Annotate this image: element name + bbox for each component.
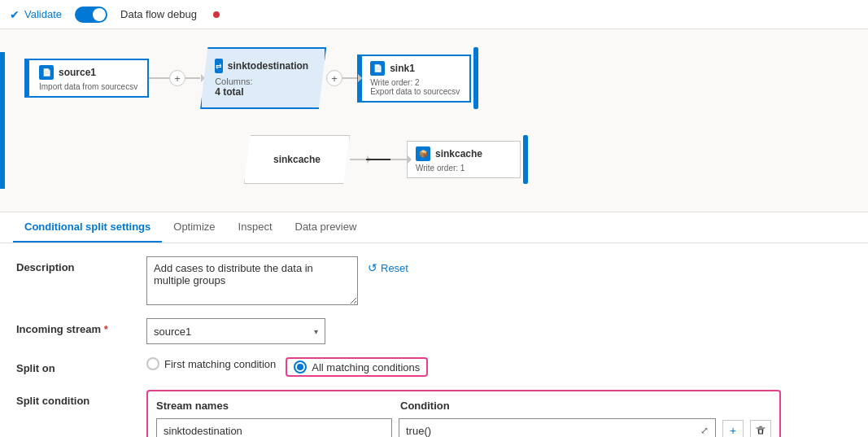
sink1-title: sink1: [390, 63, 415, 74]
reset-button[interactable]: ↺ Reset: [368, 256, 408, 274]
source1-icon: 📄: [39, 65, 54, 80]
sink1-icon: 📄: [370, 61, 385, 76]
condition-header: Condition: [400, 400, 771, 412]
condition-row-1: true() ⤢ +: [156, 418, 771, 437]
sinkcache-write-order: Write order: 1: [416, 164, 512, 173]
incoming-stream-dropdown[interactable]: source1 ▾: [146, 318, 325, 344]
chevron-down-icon: ▾: [314, 327, 318, 336]
tab-data-preview[interactable]: Data preview: [284, 212, 369, 243]
tab-optimize[interactable]: Optimize: [162, 212, 226, 243]
sinkcache-sink-node[interactable]: 📦 sinkcache Write order: 1: [407, 141, 521, 178]
split-columns-label: Columns:: [215, 76, 308, 86]
arrow-sinkcache2: [390, 159, 407, 160]
reset-label: Reset: [381, 262, 408, 274]
incoming-stream-value: source1: [154, 326, 191, 338]
toggle-knob: [93, 8, 106, 21]
split-condition-label: Split condition: [16, 390, 130, 407]
arrow-sinkcache: [350, 159, 366, 160]
description-content: ↺ Reset: [146, 256, 852, 305]
split-on-content: First matching condition All matching co…: [146, 357, 852, 377]
checkmark-icon: ✔: [10, 8, 20, 21]
sink1-subtitle: Export data to sourcecsv: [370, 87, 461, 96]
split-condition-row: Split condition Stream names Condition t…: [16, 390, 852, 437]
arrowhead-3: [358, 74, 362, 82]
split-on-row: Split on First matching condition All ma…: [16, 357, 852, 377]
debug-status-dot: [213, 11, 220, 18]
sinkcache-title: sinkcache: [435, 148, 482, 160]
debug-label: Data flow debug: [120, 8, 197, 20]
split-icon: ⇄: [215, 59, 223, 73]
radio-circle-all: [294, 361, 307, 374]
sinkcache-icon: 📦: [416, 146, 430, 161]
arrow-pre-split: [185, 77, 200, 79]
settings-panel: Description ↺ Reset Incoming stream * so…: [0, 243, 868, 437]
sinkcache-flow-node[interactable]: sinkcache: [244, 135, 350, 184]
split-condition-table: Stream names Condition true() ⤢ +: [146, 390, 781, 437]
validate-label: Validate: [24, 8, 62, 20]
condition-input-wrapper-1: true() ⤢: [399, 418, 716, 437]
radio-first-matching[interactable]: First matching condition: [146, 357, 276, 370]
stream-names-header: Stream names: [156, 400, 400, 412]
radio-all-label: All matching conditions: [312, 361, 420, 374]
arrow-split-sink1: [342, 77, 357, 79]
right-bar-sinkcache: [523, 135, 528, 184]
sinkcache-connector: [366, 159, 390, 160]
toolbar: ✔ Validate Data flow debug: [0, 0, 868, 29]
source1-title: source1: [59, 67, 96, 78]
source1-subtitle: Import data from sourcecsv: [39, 82, 137, 91]
add-after-split-button[interactable]: +: [326, 70, 342, 86]
radio-circle-first: [146, 357, 159, 370]
right-bar-sink1: [473, 47, 478, 109]
trash-icon-1: [755, 425, 766, 436]
split-node[interactable]: ⇄ sinktodestination Columns: 4 total: [200, 47, 326, 109]
tab-inspect[interactable]: Inspect: [227, 212, 284, 243]
description-row: Description ↺ Reset: [16, 256, 852, 305]
radio-first-label: First matching condition: [164, 358, 276, 370]
split-on-label: Split on: [16, 357, 130, 374]
validate-button[interactable]: ✔ Validate: [10, 8, 62, 21]
sink1-node[interactable]: 📄 sink1 Write order: 2 Export data to so…: [357, 55, 471, 103]
description-textarea[interactable]: [146, 256, 358, 305]
condition-value-1: true(): [406, 425, 697, 437]
sinkcache-flow-title: sinkcache: [273, 154, 321, 165]
source1-node[interactable]: 📄 source1 Import data from sourcecsv: [24, 59, 149, 98]
left-border-bar: [0, 52, 5, 189]
add-row-button-1[interactable]: +: [722, 420, 744, 437]
split-condition-content: Stream names Condition true() ⤢ +: [146, 390, 852, 437]
split-columns-value: 4 total: [215, 86, 308, 98]
reset-icon: ↺: [368, 261, 377, 274]
description-label: Description: [16, 256, 130, 273]
arrow-source-split: [149, 77, 169, 79]
debug-toggle[interactable]: [75, 7, 107, 23]
split-title: sinktodestination: [228, 60, 308, 72]
incoming-stream-content: source1 ▾: [146, 318, 852, 344]
flow-canvas: 📄 source1 Import data from sourcecsv + ⇄…: [0, 29, 868, 212]
incoming-stream-label: Incoming stream *: [16, 318, 130, 335]
expand-icon-1[interactable]: ⤢: [700, 425, 709, 436]
radio-all-matching-wrapper[interactable]: All matching conditions: [286, 357, 428, 377]
tabs-bar: Conditional split settings Optimize Insp…: [0, 212, 868, 243]
arrowhead-5: [408, 155, 412, 164]
stream-name-input-1[interactable]: [156, 418, 392, 437]
delete-row-button-1[interactable]: [750, 420, 771, 437]
condition-table-header: Stream names Condition: [156, 400, 771, 412]
required-star: *: [104, 323, 108, 335]
incoming-stream-row: Incoming stream * source1 ▾: [16, 318, 852, 344]
add-between-button[interactable]: +: [169, 70, 185, 86]
tab-conditional-split[interactable]: Conditional split settings: [13, 212, 162, 243]
sink1-write-order: Write order: 2: [370, 78, 461, 87]
